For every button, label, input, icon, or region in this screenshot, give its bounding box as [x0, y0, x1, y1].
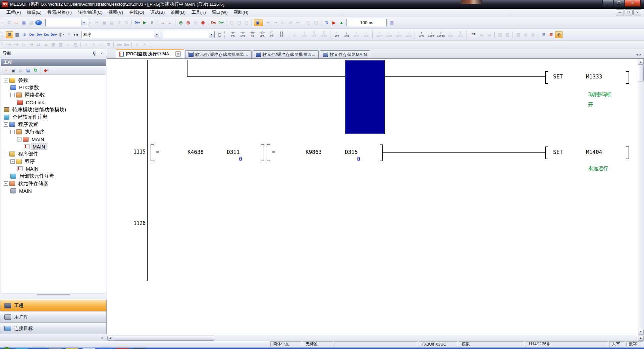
ladder-symbol-button[interactable]: { } F8	[277, 30, 288, 39]
item-info-icon[interactable]: ▤	[25, 67, 32, 73]
menu-item[interactable]: 视图(V)	[106, 9, 126, 16]
project-tree-toggle-icon[interactable]: ⊞	[6, 31, 13, 38]
ladder-symbol-button[interactable]: ⌐ F10	[446, 30, 455, 39]
compare-dest[interactable]: D311	[227, 150, 240, 155]
cut-icon[interactable]: ✂	[94, 19, 100, 26]
mdi-minimize-button[interactable]: —	[616, 9, 624, 15]
refresh-icon[interactable]: ↻	[32, 67, 41, 73]
ladder-symbol-button[interactable]: ⊣⊢ F5	[228, 30, 237, 39]
tree-item[interactable]: 特殊模块(智能功能模块)	[1, 106, 106, 113]
plc-read-icon[interactable]: ←	[167, 19, 175, 26]
tab-scroll-right-icon[interactable]: ▸	[640, 53, 641, 56]
tree-item[interactable]: − 程序	[1, 158, 106, 165]
expander-icon[interactable]: −	[4, 122, 8, 127]
menu-item[interactable]: 诊断(D)	[168, 9, 189, 16]
ladder-symbol-button[interactable]: ↓ saF8	[404, 30, 415, 39]
menu-item[interactable]: 调试(B)	[147, 9, 168, 16]
sfc-wrench-icon[interactable]: ×	[83, 42, 90, 48]
ladder-symbol-button[interactable]: ↓ saF6	[384, 30, 393, 39]
menu-item[interactable]: 工程(P)	[3, 9, 24, 16]
note-batch-icon[interactable]: ▤	[504, 32, 513, 38]
tree-item[interactable]: CC-Link	[1, 99, 106, 106]
menu-item[interactable]: 在线(O)	[126, 9, 147, 16]
help-icon[interactable]: ?	[35, 20, 42, 25]
navigation-view-button[interactable]: 用户库	[0, 311, 107, 323]
hex-monitor-icon[interactable]: #	[149, 19, 157, 26]
partial-run-icon[interactable]: ↦	[294, 19, 303, 26]
menu-item[interactable]: 帮助(H)	[231, 9, 252, 16]
toolbar-grip[interactable]	[224, 31, 226, 38]
document-tab[interactable]: 软元件/缓冲存储器批量监...	[185, 50, 251, 58]
scan-time-field[interactable]: 100ms	[346, 19, 387, 26]
tab-scroll-left-icon[interactable]: ◂	[636, 53, 638, 56]
expander-icon[interactable]: −	[10, 159, 15, 164]
ladder-symbol-button[interactable]: ↓ aF8	[362, 30, 373, 39]
toolbar-grip[interactable]	[2, 42, 4, 47]
list-view-icon[interactable]: ≡	[21, 32, 28, 38]
document-find-icon[interactable]: ◎	[522, 32, 529, 38]
document-find2-icon[interactable]: ◎	[530, 32, 538, 38]
statement-batch-icon[interactable]: ▤	[497, 32, 503, 38]
coil-instruction[interactable]: SET	[553, 74, 563, 79]
find-binoculars-icon[interactable]	[73, 32, 79, 38]
new-project-icon[interactable]: □	[6, 19, 12, 26]
sfc-wrench2-icon[interactable]: ×	[90, 42, 97, 48]
menu-item[interactable]: 转换/编译(C)	[75, 9, 106, 16]
expander-icon[interactable]: −	[17, 137, 21, 141]
skip-run-icon[interactable]: ◎	[287, 19, 294, 26]
ladder-monitor-icon[interactable]: ▶	[141, 19, 148, 26]
minimize-button[interactable]: _	[602, 0, 613, 7]
vertical-scroll-thumb[interactable]	[638, 65, 644, 81]
print-icon[interactable]: ▤	[28, 19, 35, 26]
monitor-start-icon[interactable]: ◎	[177, 19, 184, 26]
scroll-down-icon[interactable]: ▼	[638, 329, 644, 335]
toolbar-grip[interactable]	[2, 31, 4, 38]
ladder-symbol-button[interactable]: ╳ aF9	[456, 30, 467, 39]
tree-item[interactable]: − MAIN	[1, 135, 106, 143]
close-button[interactable]: ✕	[625, 0, 641, 7]
expander-icon[interactable]: −	[4, 78, 8, 82]
chevron-down-icon[interactable]: ▼	[81, 19, 87, 25]
sfc-transition-icon[interactable]: ⊣⊦	[28, 42, 35, 48]
wire-edit-icon[interactable]: ≣	[548, 32, 554, 38]
filter-user-icon[interactable]: ◆	[43, 67, 50, 73]
toolbar-grip[interactable]	[2, 18, 4, 26]
window-tile-icon[interactable]: ▢	[236, 19, 243, 26]
document-tab[interactable]: [PRG]监视 执行中 MA... ×	[116, 49, 184, 58]
undo-icon[interactable]: ↺	[116, 19, 122, 26]
sfc-jump-icon[interactable]: ▷	[20, 42, 27, 48]
check-program-icon[interactable]: ▲	[338, 19, 345, 26]
sfc-checklist-icon[interactable]: ▤	[72, 42, 81, 48]
navigation-view-button[interactable]: 工程	[0, 300, 107, 311]
menu-item[interactable]: 编辑(E)	[24, 9, 44, 16]
ladder-symbol-button[interactable]: ↑ saF5	[375, 30, 384, 39]
tree-item[interactable]: − 执行程序	[1, 128, 106, 135]
tree-item[interactable]: − 程序设置	[1, 121, 106, 128]
redo-icon[interactable]: ↻	[123, 19, 132, 26]
tab-close-icon[interactable]: ×	[175, 51, 181, 57]
sfc-tool-icon[interactable]: ×	[134, 42, 141, 48]
coil-instruction[interactable]: SET	[553, 150, 563, 155]
compare-operator[interactable]: =	[272, 150, 275, 155]
ladder-symbol-button[interactable]: ↑ sF7	[332, 30, 341, 39]
document-tab[interactable]: 软元件/缓冲存储器批量监...	[253, 50, 319, 58]
quick-access-combobox[interactable]: ▼	[45, 19, 87, 26]
vertical-scrollbar[interactable]: ▲ ▼	[638, 59, 644, 335]
secondary-combobox[interactable]: ▼	[163, 31, 215, 38]
compare-source[interactable]: K4638	[187, 150, 204, 155]
break-clear-icon[interactable]: ▢	[313, 19, 321, 26]
tree-item[interactable]: MAIN	[1, 187, 106, 194]
document-view-icon[interactable]: ▥	[515, 32, 522, 38]
navigation-view-button[interactable]: 连接目标	[0, 323, 107, 334]
monitor-mode-icon[interactable]: ▣	[254, 19, 263, 26]
tree-item[interactable]: PLC参数	[1, 84, 106, 91]
device-test-icon[interactable]: Dev	[210, 19, 217, 26]
ladder-symbol-button[interactable]: ↓ sF8	[342, 30, 351, 39]
menu-item[interactable]: 窗口(W)	[209, 9, 231, 16]
ladder-symbol-button[interactable]: ST	[469, 30, 478, 39]
ladder-symbol-button[interactable]: ↓ caF5	[427, 30, 436, 39]
more-views-button[interactable]: »	[101, 336, 103, 340]
device-batch-icon[interactable]: Dev	[218, 19, 226, 26]
sfc-sort-icon[interactable]: ▥	[57, 42, 64, 48]
chevron-down-icon[interactable]: ▼	[154, 32, 159, 38]
